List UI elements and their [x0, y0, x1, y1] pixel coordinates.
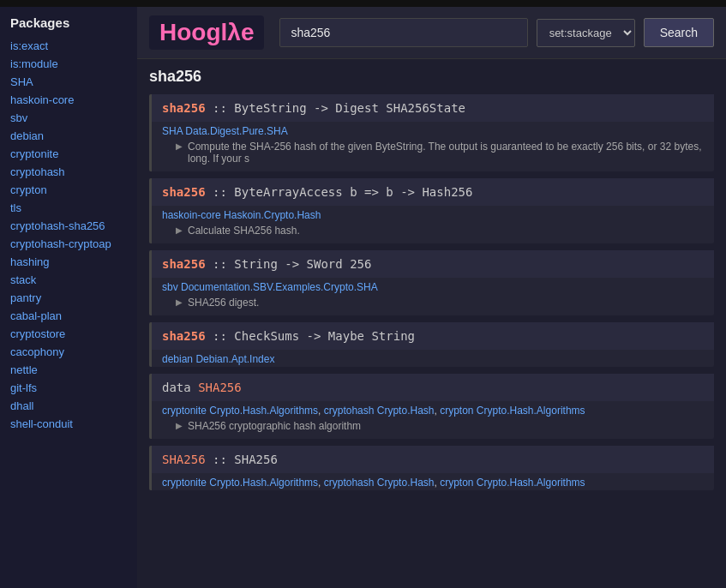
- result-desc-r3: ▶SHA256 digest.: [152, 295, 714, 315]
- result-module[interactable]: Documentation.SBV.Examples.Crypto.SHA: [181, 281, 378, 293]
- search-button[interactable]: Search: [644, 18, 714, 47]
- result-block-r6: SHA256 :: SHA256cryptonite Crypto.Hash.A…: [149, 446, 714, 490]
- sidebar: Packages is:exactis:moduleSHAhaskoin-cor…: [0, 7, 137, 588]
- result-package[interactable]: sbv: [162, 281, 178, 293]
- sidebar-item-cacophony[interactable]: cacophony: [0, 343, 137, 361]
- sidebar-item-cryptohash[interactable]: cryptohash: [0, 163, 137, 181]
- sidebar-item-sbv[interactable]: sbv: [0, 109, 137, 127]
- result-sig: :: String -> SWord 256: [206, 257, 372, 271]
- sidebar-item-cabal-plan[interactable]: cabal-plan: [0, 307, 137, 325]
- result-header-r6[interactable]: SHA256 :: SHA256: [152, 446, 714, 473]
- result-pkg-link[interactable]: cryptohash Crypto.Hash: [324, 477, 435, 489]
- result-meta-r2: haskoin-core Haskoin.Crypto.Hash: [152, 206, 714, 223]
- result-block-r1: sha256 :: ByteString -> Digest SHA256Sta…: [149, 94, 714, 171]
- result-name[interactable]: SHA256: [198, 381, 242, 394]
- result-block-r2: sha256 :: ByteArrayAccess b => b -> Hash…: [149, 178, 714, 243]
- sidebar-item-SHA[interactable]: SHA: [0, 73, 137, 91]
- top-bar: [0, 0, 726, 7]
- result-meta-r5: cryptonite Crypto.Hash.Algorithms, crypt…: [152, 401, 714, 418]
- sidebar-item-stack[interactable]: stack: [0, 271, 137, 289]
- desc-text: SHA256 cryptographic hash algorithm: [188, 420, 361, 432]
- logo: Hooglλe: [149, 15, 264, 50]
- result-sig: :: SHA256: [206, 453, 278, 466]
- sidebar-item-tls[interactable]: tls: [0, 199, 137, 217]
- result-pkg-link[interactable]: crypton Crypto.Hash.Algorithms: [440, 477, 585, 489]
- result-block-r4: sha256 :: CheckSums -> Maybe Stringdebia…: [149, 322, 714, 367]
- result-meta-r4: debian Debian.Apt.Index: [152, 350, 714, 367]
- result-sig: :: ByteArrayAccess b => b -> Hash256: [206, 185, 473, 199]
- result-desc-r1: ▶Compute the SHA-256 hash of the given B…: [152, 139, 714, 171]
- result-header-r4[interactable]: sha256 :: CheckSums -> Maybe String: [152, 322, 714, 350]
- desc-icon: ▶: [176, 225, 183, 235]
- result-package[interactable]: debian: [162, 353, 193, 365]
- result-meta-r1: SHA Data.Digest.Pure.SHA: [152, 122, 714, 139]
- result-pkg-link[interactable]: crypton Crypto.Hash.Algorithms: [440, 405, 585, 417]
- sidebar-item-debian[interactable]: debian: [0, 127, 137, 145]
- result-module[interactable]: Haskoin.Crypto.Hash: [224, 209, 321, 221]
- logo-lambda: λ: [227, 19, 241, 45]
- sidebar-item-cryptohash-sha256[interactable]: cryptohash-sha256: [0, 217, 137, 235]
- sidebar-item-nettle[interactable]: nettle: [0, 361, 137, 379]
- sidebar-item-shell-conduit[interactable]: shell-conduit: [0, 415, 137, 433]
- result-pkg-link[interactable]: cryptohash Crypto.Hash: [324, 405, 435, 417]
- result-name[interactable]: SHA256: [162, 453, 206, 466]
- sidebar-item-haskoin-core[interactable]: haskoin-core: [0, 91, 137, 109]
- result-meta-r6: cryptonite Crypto.Hash.Algorithms, crypt…: [152, 473, 714, 490]
- sidebar-item-cryptonite[interactable]: cryptonite: [0, 145, 137, 163]
- result-header-r5[interactable]: data SHA256: [152, 374, 714, 401]
- sidebar-item-git-lfs[interactable]: git-lfs: [0, 379, 137, 397]
- result-name[interactable]: sha256: [162, 101, 206, 115]
- result-package[interactable]: SHA: [162, 125, 183, 137]
- result-block-r5: data SHA256cryptonite Crypto.Hash.Algori…: [149, 374, 714, 439]
- sidebar-heading: Packages: [0, 15, 137, 37]
- sidebar-item-crypton[interactable]: crypton: [0, 181, 137, 199]
- result-header-r3[interactable]: sha256 :: String -> SWord 256: [152, 250, 714, 278]
- result-meta-r3: sbv Documentation.SBV.Examples.Crypto.SH…: [152, 278, 714, 295]
- result-pkg-link[interactable]: cryptonite Crypto.Hash.Algorithms: [162, 405, 318, 417]
- result-name[interactable]: sha256: [162, 257, 206, 271]
- sidebar-item-dhall[interactable]: dhall: [0, 397, 137, 415]
- sidebar-item-is-module[interactable]: is:module: [0, 55, 137, 73]
- header: Hooglλe set:stackageset:haskellset:all S…: [137, 7, 726, 59]
- desc-icon: ▶: [176, 297, 183, 307]
- result-sig: :: ByteString -> Digest SHA256State: [206, 101, 465, 115]
- desc-icon: ▶: [176, 421, 183, 430]
- result-header-r2[interactable]: sha256 :: ByteArrayAccess b => b -> Hash…: [152, 178, 714, 206]
- sidebar-item-pantry[interactable]: pantry: [0, 289, 137, 307]
- sidebar-item-cryptohash-cryptoap[interactable]: cryptohash-cryptoap: [0, 235, 137, 253]
- content-area: Hooglλe set:stackageset:haskellset:all S…: [137, 7, 726, 588]
- result-pkg-link[interactable]: cryptonite Crypto.Hash.Algorithms: [162, 477, 318, 489]
- desc-text: SHA256 digest.: [188, 297, 259, 309]
- result-name[interactable]: sha256: [162, 329, 206, 343]
- sidebar-item-hashing[interactable]: hashing: [0, 253, 137, 271]
- desc-text: Calculate SHA256 hash.: [188, 225, 300, 237]
- filter-select[interactable]: set:stackageset:haskellset:all: [537, 19, 635, 47]
- result-package[interactable]: haskoin-core: [162, 209, 221, 221]
- result-module[interactable]: Debian.Apt.Index: [195, 353, 274, 365]
- result-sig: :: CheckSums -> Maybe String: [206, 329, 415, 343]
- sidebar-item-is-exact[interactable]: is:exact: [0, 37, 137, 55]
- result-header-r1[interactable]: sha256 :: ByteString -> Digest SHA256Sta…: [152, 94, 714, 122]
- result-name[interactable]: sha256: [162, 185, 206, 199]
- desc-icon: ▶: [176, 141, 183, 151]
- search-input[interactable]: [279, 18, 527, 47]
- results-title: sha256: [149, 68, 714, 86]
- results-list: sha256 :: ByteString -> Digest SHA256Sta…: [149, 94, 714, 490]
- result-desc-r2: ▶Calculate SHA256 hash.: [152, 223, 714, 243]
- sidebar-item-cryptostore[interactable]: cryptostore: [0, 325, 137, 343]
- result-block-r3: sha256 :: String -> SWord 256sbv Documen…: [149, 250, 714, 315]
- data-keyword: data: [162, 381, 198, 394]
- result-desc-r5: ▶SHA256 cryptographic hash algorithm: [152, 418, 714, 439]
- desc-text: Compute the SHA-256 hash of the given By…: [188, 141, 704, 165]
- results-area: sha256 sha256 :: ByteString -> Digest SH…: [137, 59, 726, 588]
- logo-text: Hooglλe: [159, 19, 254, 45]
- result-module[interactable]: Data.Digest.Pure.SHA: [185, 125, 287, 137]
